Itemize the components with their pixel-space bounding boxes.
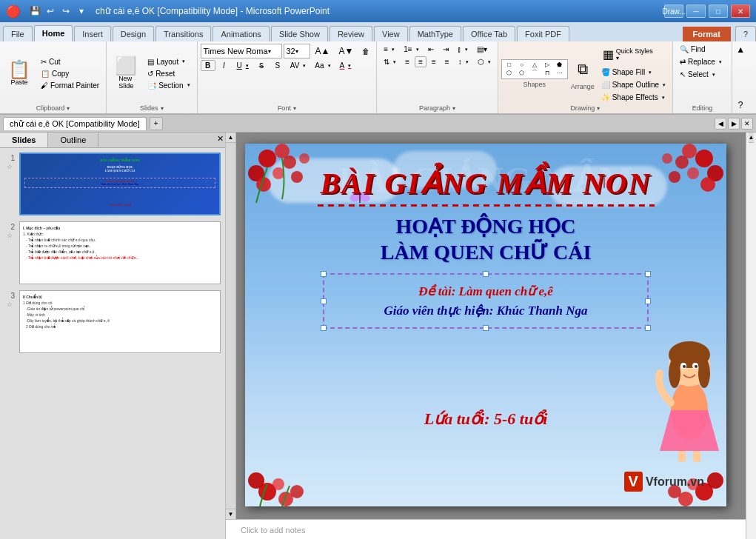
align-right-button[interactable]: ≡ xyxy=(428,56,440,67)
reset-button[interactable]: ↺Reset xyxy=(144,68,193,79)
maximize-button[interactable]: □ xyxy=(709,4,728,18)
copy-button[interactable]: 📋Copy xyxy=(37,68,103,79)
strikethrough-button[interactable]: S̶ xyxy=(254,60,269,71)
shadow-button[interactable]: S xyxy=(270,60,285,71)
slide-thumbnail[interactable]: II Chuẩn bị 1 Đồ dùng cho cô -Giáo án đi… xyxy=(19,290,221,353)
quick-styles-button[interactable]: ▦ Quick Styles ▾ xyxy=(598,44,669,65)
vertical-scrollbar[interactable]: ▲ ▼ xyxy=(226,133,236,519)
cut-button[interactable]: ✂Cut xyxy=(37,56,103,67)
text-direction-button[interactable]: ⇅▾ xyxy=(380,56,400,67)
selection-handle-br[interactable] xyxy=(645,325,651,331)
bullets-button[interactable]: ≡▾ xyxy=(380,44,398,55)
ribbon-help-icon[interactable]: ? xyxy=(734,98,747,112)
char-spacing-button[interactable]: AV▾ xyxy=(287,60,310,71)
slide-item[interactable]: 1 ☆ BÀI GIẢNG MẦM NON HOẠT ĐỘNG HỌCLÀM Q… xyxy=(4,153,221,215)
replace-button[interactable]: ⇄Replace▾ xyxy=(676,56,726,67)
shape-cell[interactable]: ⌒ xyxy=(529,69,541,77)
right-scroll-up[interactable]: ▲ xyxy=(749,133,755,143)
tab-file[interactable]: File xyxy=(3,26,33,41)
scroll-down-button[interactable]: ▼ xyxy=(226,509,235,519)
slide-thumbnail[interactable]: I. Mục đích – yêu cầu 1. Kiến thức: - Tr… xyxy=(19,221,221,284)
shape-cell[interactable]: ○ xyxy=(516,61,528,68)
shape-cell[interactable]: ⊓ xyxy=(541,69,553,77)
scroll-track[interactable] xyxy=(226,143,235,509)
redo-button[interactable]: ↪ xyxy=(59,4,73,18)
scroll-up-button[interactable]: ▲ xyxy=(226,133,235,143)
customize-qat-button[interactable]: ▾ xyxy=(75,4,88,18)
tab-transitions[interactable]: Transitions xyxy=(155,26,211,41)
slide-item[interactable]: 2 ☆ I. Mục đích – yêu cầu 1. Kiến thức: … xyxy=(4,221,221,284)
slide-item[interactable]: 3 ☆ II Chuẩn bị 1 Đồ dùng cho cô -Giáo á… xyxy=(4,290,221,353)
section-button[interactable]: 📑Section▾ xyxy=(144,80,193,91)
shape-cell[interactable]: □ xyxy=(504,61,515,68)
font-shrink-button[interactable]: A▼ xyxy=(335,44,357,58)
columns-button[interactable]: ⫿▾ xyxy=(454,44,472,55)
line-spacing-button[interactable]: ↕▾ xyxy=(455,56,472,67)
document-tab[interactable]: chữ cái e,ê OK [Compatibility Mode] xyxy=(3,117,147,130)
selection-handle-ml[interactable] xyxy=(321,298,327,304)
slides-expand-button[interactable]: ▾ xyxy=(161,105,164,112)
new-tab-button[interactable]: + xyxy=(150,117,163,130)
tab-animations[interactable]: Animations xyxy=(213,26,269,41)
tab-foxitpdf[interactable]: Foxit PDF xyxy=(517,26,569,41)
font-size-input[interactable]: 32▾ xyxy=(284,44,310,58)
paragraph-expand-button[interactable]: ▤▾ xyxy=(473,44,491,55)
tab-review[interactable]: Review xyxy=(330,26,372,41)
undo-button[interactable]: ↩ xyxy=(44,4,57,18)
paragraph-expand-icon[interactable]: ▾ xyxy=(452,105,455,112)
find-button[interactable]: 🔍Find xyxy=(676,44,709,55)
decrease-indent-button[interactable]: ⇤ xyxy=(424,44,438,55)
bold-button[interactable]: B xyxy=(201,60,215,71)
draw-button[interactable]: Draw... xyxy=(664,4,683,18)
shape-cell[interactable]: ⋯ xyxy=(554,69,566,77)
justify-button[interactable]: ≡ xyxy=(441,56,453,67)
tab-officetab[interactable]: Office Tab xyxy=(463,26,515,41)
tab-format[interactable]: Format xyxy=(683,27,731,41)
tab-design[interactable]: Design xyxy=(113,26,154,41)
selection-handle-bm[interactable] xyxy=(483,325,489,331)
font-color-button[interactable]: A▾ xyxy=(336,60,355,71)
panel-close-button[interactable]: ✕ xyxy=(215,133,225,147)
tab-home[interactable]: Home xyxy=(34,25,73,41)
right-scrollbar[interactable]: ▲ ▼ xyxy=(746,133,756,539)
format-painter-button[interactable]: 🖌Format Painter xyxy=(37,80,103,91)
selection-handle-tr[interactable] xyxy=(645,271,651,277)
tab-insert[interactable]: Insert xyxy=(74,26,111,41)
notes-placeholder[interactable]: Click to add notes xyxy=(241,526,305,535)
arrange-button[interactable]: ⧉ xyxy=(572,57,593,81)
font-expand-button[interactable]: ▾ xyxy=(293,105,296,112)
selection-handle-bl[interactable] xyxy=(321,325,327,331)
layout-button[interactable]: ▤Layout▾ xyxy=(144,56,193,67)
shape-cell[interactable]: ⬡ xyxy=(504,69,515,77)
selection-handle-mr[interactable] xyxy=(645,298,651,304)
ribbon-expand-button[interactable]: ▲ xyxy=(734,43,747,56)
numbering-button[interactable]: 1≡▾ xyxy=(400,44,422,55)
shape-cell[interactable]: ⬠ xyxy=(516,69,528,77)
clipboard-expand-button[interactable]: ▾ xyxy=(67,105,70,112)
shape-outline-button[interactable]: ⬜Shape Outline▾ xyxy=(598,79,669,90)
close-all-tabs-button[interactable]: ✕ xyxy=(741,118,753,130)
slides-tab[interactable]: Slides xyxy=(0,133,48,147)
increase-indent-button[interactable]: ⇥ xyxy=(439,44,452,55)
change-case-button[interactable]: Aa▾ xyxy=(311,60,334,71)
underline-button[interactable]: U▾ xyxy=(233,60,252,71)
clear-formatting-button[interactable]: 🗑 xyxy=(358,46,373,57)
ribbon-help-button[interactable]: ? xyxy=(735,26,756,41)
save-button[interactable]: 💾 xyxy=(28,4,41,18)
paste-button[interactable]: 📋 Paste xyxy=(3,57,36,90)
new-slide-button[interactable]: ⬜ NewSlide xyxy=(110,53,142,93)
font-name-dropdown[interactable]: Times New Roma▾ xyxy=(201,44,282,58)
tab-scroll-right[interactable]: ▶ xyxy=(728,118,740,130)
select-button[interactable]: ↖Select▾ xyxy=(676,69,719,80)
shape-cell[interactable]: △ xyxy=(529,61,541,68)
outline-tab[interactable]: Outline xyxy=(48,133,98,147)
tab-view[interactable]: View xyxy=(374,26,408,41)
tab-scroll-left[interactable]: ◀ xyxy=(715,118,726,130)
italic-button[interactable]: I xyxy=(217,60,232,71)
notes-area[interactable]: Click to add notes xyxy=(226,519,746,539)
selection-handle-tm[interactable] xyxy=(483,271,489,277)
shape-fill-button[interactable]: 🪣Shape Fill▾ xyxy=(598,67,669,78)
tab-mathtype[interactable]: MathType xyxy=(409,26,461,41)
slide-thumbnail[interactable]: BÀI GIẢNG MẦM NON HOẠT ĐỘNG HỌCLÀM QUEN … xyxy=(19,153,221,215)
convert-smartart-button[interactable]: ⬡▾ xyxy=(474,56,495,67)
